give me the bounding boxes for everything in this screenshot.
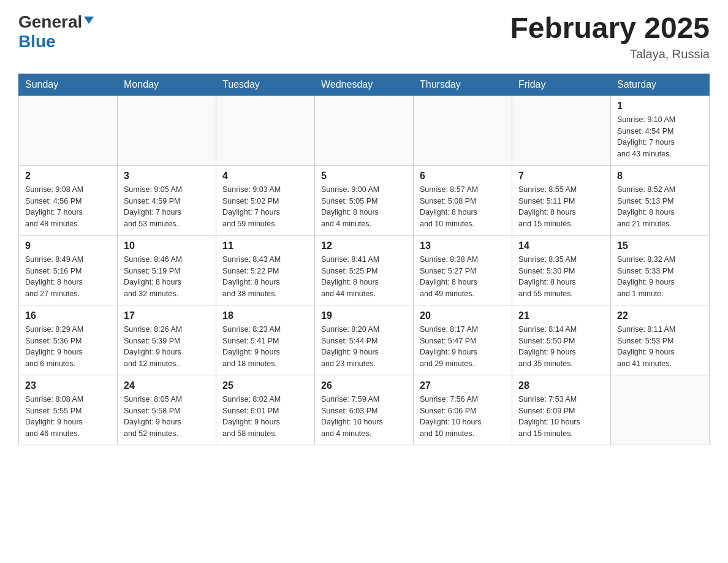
- title-section: February 2025 Talaya, Russia: [510, 12, 710, 61]
- table-row: 8Sunrise: 8:52 AMSunset: 5:13 PMDaylight…: [611, 165, 710, 235]
- table-row: [216, 95, 315, 165]
- day-number: 9: [25, 240, 111, 251]
- day-number: 11: [222, 240, 308, 251]
- day-number: 1: [617, 101, 703, 112]
- col-thursday: Thursday: [414, 74, 512, 95]
- day-info: Sunrise: 8:46 AMSunset: 5:19 PMDaylight:…: [124, 254, 210, 300]
- day-info: Sunrise: 8:55 AMSunset: 5:11 PMDaylight:…: [518, 184, 604, 230]
- calendar-week-row: 23Sunrise: 8:08 AMSunset: 5:55 PMDayligh…: [19, 375, 710, 445]
- table-row: 21Sunrise: 8:14 AMSunset: 5:50 PMDayligh…: [512, 305, 611, 375]
- table-row: 11Sunrise: 8:43 AMSunset: 5:22 PMDayligh…: [216, 235, 315, 305]
- page-header: GeneralBlue February 2025 Talaya, Russia: [18, 12, 710, 61]
- table-row: 12Sunrise: 8:41 AMSunset: 5:25 PMDayligh…: [315, 235, 414, 305]
- day-info: Sunrise: 8:32 AMSunset: 5:33 PMDaylight:…: [617, 254, 703, 300]
- table-row: 20Sunrise: 8:17 AMSunset: 5:47 PMDayligh…: [414, 305, 512, 375]
- calendar-week-row: 9Sunrise: 8:49 AMSunset: 5:16 PMDaylight…: [19, 235, 710, 305]
- day-number: 16: [25, 310, 111, 321]
- table-row: 18Sunrise: 8:23 AMSunset: 5:41 PMDayligh…: [216, 305, 315, 375]
- day-number: 28: [518, 380, 604, 391]
- day-number: 6: [420, 170, 506, 182]
- table-row: 14Sunrise: 8:35 AMSunset: 5:30 PMDayligh…: [512, 235, 611, 305]
- table-row: 19Sunrise: 8:20 AMSunset: 5:44 PMDayligh…: [315, 305, 414, 375]
- table-row: 1Sunrise: 9:10 AMSunset: 4:54 PMDaylight…: [611, 95, 710, 165]
- day-number: 10: [124, 240, 210, 251]
- table-row: [118, 95, 216, 165]
- col-tuesday: Tuesday: [216, 74, 315, 95]
- day-info: Sunrise: 8:38 AMSunset: 5:27 PMDaylight:…: [420, 254, 506, 300]
- table-row: [315, 95, 414, 165]
- day-info: Sunrise: 7:59 AMSunset: 6:03 PMDaylight:…: [321, 394, 407, 440]
- day-info: Sunrise: 8:26 AMSunset: 5:39 PMDaylight:…: [124, 324, 210, 370]
- table-row: 15Sunrise: 8:32 AMSunset: 5:33 PMDayligh…: [611, 235, 710, 305]
- day-number: 25: [222, 380, 308, 391]
- day-info: Sunrise: 8:02 AMSunset: 6:01 PMDaylight:…: [222, 394, 308, 440]
- table-row: [414, 95, 512, 165]
- day-number: 23: [25, 380, 111, 391]
- calendar-week-row: 2Sunrise: 9:08 AMSunset: 4:56 PMDaylight…: [19, 165, 710, 235]
- day-info: Sunrise: 8:43 AMSunset: 5:22 PMDaylight:…: [222, 254, 308, 300]
- table-row: 17Sunrise: 8:26 AMSunset: 5:39 PMDayligh…: [118, 305, 216, 375]
- col-friday: Friday: [512, 74, 611, 95]
- day-number: 12: [321, 240, 407, 251]
- day-info: Sunrise: 8:52 AMSunset: 5:13 PMDaylight:…: [617, 184, 703, 230]
- day-info: Sunrise: 9:03 AMSunset: 5:02 PMDaylight:…: [222, 184, 308, 230]
- day-info: Sunrise: 8:14 AMSunset: 5:50 PMDaylight:…: [518, 324, 604, 370]
- day-info: Sunrise: 8:08 AMSunset: 5:55 PMDaylight:…: [25, 394, 111, 440]
- table-row: 3Sunrise: 9:05 AMSunset: 4:59 PMDaylight…: [118, 165, 216, 235]
- calendar-week-row: 16Sunrise: 8:29 AMSunset: 5:36 PMDayligh…: [19, 305, 710, 375]
- col-sunday: Sunday: [19, 74, 118, 95]
- day-info: Sunrise: 8:57 AMSunset: 5:08 PMDaylight:…: [420, 184, 506, 230]
- day-info: Sunrise: 8:20 AMSunset: 5:44 PMDaylight:…: [321, 324, 407, 370]
- table-row: 28Sunrise: 7:53 AMSunset: 6:09 PMDayligh…: [512, 375, 611, 445]
- day-number: 27: [420, 380, 506, 391]
- table-row: 23Sunrise: 8:08 AMSunset: 5:55 PMDayligh…: [19, 375, 118, 445]
- day-info: Sunrise: 8:49 AMSunset: 5:16 PMDaylight:…: [25, 254, 111, 300]
- col-monday: Monday: [118, 74, 216, 95]
- day-number: 2: [25, 170, 111, 182]
- table-row: 22Sunrise: 8:11 AMSunset: 5:53 PMDayligh…: [611, 305, 710, 375]
- day-number: 3: [124, 170, 210, 182]
- day-info: Sunrise: 8:11 AMSunset: 5:53 PMDaylight:…: [617, 324, 703, 370]
- day-info: Sunrise: 9:08 AMSunset: 4:56 PMDaylight:…: [25, 184, 111, 230]
- table-row: 2Sunrise: 9:08 AMSunset: 4:56 PMDaylight…: [19, 165, 118, 235]
- table-row: 25Sunrise: 8:02 AMSunset: 6:01 PMDayligh…: [216, 375, 315, 445]
- day-info: Sunrise: 8:23 AMSunset: 5:41 PMDaylight:…: [222, 324, 308, 370]
- day-info: Sunrise: 8:35 AMSunset: 5:30 PMDaylight:…: [518, 254, 604, 300]
- col-saturday: Saturday: [611, 74, 710, 95]
- table-row: [611, 375, 710, 445]
- location: Talaya, Russia: [510, 47, 710, 61]
- day-number: 21: [518, 310, 604, 321]
- table-row: [512, 95, 611, 165]
- table-row: 10Sunrise: 8:46 AMSunset: 5:19 PMDayligh…: [118, 235, 216, 305]
- day-number: 19: [321, 310, 407, 321]
- calendar-header-row: Sunday Monday Tuesday Wednesday Thursday…: [19, 74, 710, 95]
- table-row: 6Sunrise: 8:57 AMSunset: 5:08 PMDaylight…: [414, 165, 512, 235]
- day-number: 15: [617, 240, 703, 251]
- table-row: [19, 95, 118, 165]
- day-number: 5: [321, 170, 407, 182]
- day-info: Sunrise: 7:53 AMSunset: 6:09 PMDaylight:…: [518, 394, 604, 440]
- table-row: 26Sunrise: 7:59 AMSunset: 6:03 PMDayligh…: [315, 375, 414, 445]
- day-info: Sunrise: 8:29 AMSunset: 5:36 PMDaylight:…: [25, 324, 111, 370]
- day-number: 4: [222, 170, 308, 182]
- day-number: 7: [518, 170, 604, 182]
- day-number: 26: [321, 380, 407, 391]
- logo: GeneralBlue: [18, 12, 94, 52]
- day-number: 22: [617, 310, 703, 321]
- day-number: 24: [124, 380, 210, 391]
- day-info: Sunrise: 8:41 AMSunset: 5:25 PMDaylight:…: [321, 254, 407, 300]
- day-number: 17: [124, 310, 210, 321]
- calendar-week-row: 1Sunrise: 9:10 AMSunset: 4:54 PMDaylight…: [19, 95, 710, 165]
- table-row: 27Sunrise: 7:56 AMSunset: 6:06 PMDayligh…: [414, 375, 512, 445]
- day-info: Sunrise: 9:00 AMSunset: 5:05 PMDaylight:…: [321, 184, 407, 230]
- table-row: 5Sunrise: 9:00 AMSunset: 5:05 PMDaylight…: [315, 165, 414, 235]
- day-number: 18: [222, 310, 308, 321]
- table-row: 7Sunrise: 8:55 AMSunset: 5:11 PMDaylight…: [512, 165, 611, 235]
- day-info: Sunrise: 9:05 AMSunset: 4:59 PMDaylight:…: [124, 184, 210, 230]
- table-row: 16Sunrise: 8:29 AMSunset: 5:36 PMDayligh…: [19, 305, 118, 375]
- day-number: 14: [518, 240, 604, 251]
- day-number: 20: [420, 310, 506, 321]
- col-wednesday: Wednesday: [315, 74, 414, 95]
- table-row: 13Sunrise: 8:38 AMSunset: 5:27 PMDayligh…: [414, 235, 512, 305]
- day-info: Sunrise: 7:56 AMSunset: 6:06 PMDaylight:…: [420, 394, 506, 440]
